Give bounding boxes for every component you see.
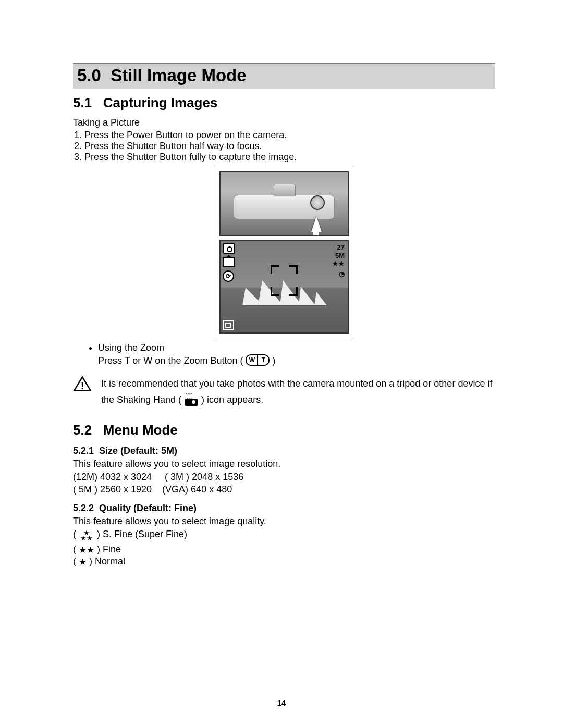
quality-options: ( ★★★ ) S. Fine (Super Fine) ( ★★ ) Fine… xyxy=(73,529,495,567)
zoom-w-label: W xyxy=(247,355,258,365)
arrow-stem xyxy=(313,228,319,236)
caution-text-part2: ) icon appears. xyxy=(199,394,263,405)
quality-fine-label: Fine xyxy=(103,544,121,554)
zoom-bullet: Using the Zoom xyxy=(98,342,495,353)
section-5-1-heading: 5.1 Capturing Images xyxy=(73,95,495,111)
three-star-icon: ★★★ xyxy=(79,530,94,543)
zoom-t-label: T xyxy=(258,355,268,365)
warning-triangle-icon: ! xyxy=(73,376,92,391)
focus-bracket-icon xyxy=(289,287,298,296)
taking-picture-intro: Taking a Picture xyxy=(73,116,495,129)
focus-bracket-icon xyxy=(271,287,279,296)
section-title: Menu Mode xyxy=(103,422,178,438)
size-options: (12M) 4032 x 3024 ( 3M ) 2048 x 1536 ( 5… xyxy=(73,471,495,496)
chapter-heading-band: 5.0 Still Image Mode xyxy=(73,63,495,89)
lcd-right-info: 27 5M ★★ ◔ xyxy=(332,243,345,278)
quality-stars: ★★ xyxy=(332,260,345,268)
size-12m: (12M) 4032 x 3024 xyxy=(73,472,152,482)
subsection-number: 5.2.2 xyxy=(73,503,94,513)
size-3m: ( 3M ) 2048 x 1536 xyxy=(165,472,243,482)
shots-remaining: 27 xyxy=(332,243,345,252)
lcd-left-icons: ⟳ xyxy=(223,243,235,282)
subsection-5-2-2-heading: 5.2.2 Quality (Default: Fine) xyxy=(73,503,495,514)
subsection-title: Quality (Default: Fine) xyxy=(99,503,197,513)
quality-sfine-label: S. Fine (Super Fine) xyxy=(103,529,187,539)
figure-box: ⟳ 27 5M ★★ ◔ xyxy=(214,166,354,339)
scene-mode-icon xyxy=(223,257,235,267)
caution-text: It is recommended that you take photos w… xyxy=(101,376,495,408)
section-number: 5.2 xyxy=(73,422,92,438)
subsection-5-2-1-heading: 5.2.1 Size (Default: 5M) xyxy=(73,446,495,456)
figure-container: ⟳ 27 5M ★★ ◔ xyxy=(73,166,495,339)
step-item: Press the Power Button to power on the c… xyxy=(84,130,495,141)
caution-note: ! It is recommended that you take photos… xyxy=(73,376,495,408)
section-title: Capturing Images xyxy=(103,95,218,110)
chapter-heading: 5.0 Still Image Mode xyxy=(77,66,491,85)
step-item: Press the Shutter Button fully to captur… xyxy=(84,152,495,163)
quality-normal-label: Normal xyxy=(95,556,125,566)
zoom-bullet-list: Using the Zoom xyxy=(73,342,495,353)
zoom-text: Press T or W on the Zoom Button ( xyxy=(98,355,246,366)
size-5m: ( 5M ) 2560 x 1920 xyxy=(73,484,152,495)
chapter-number: 5.0 xyxy=(77,66,101,85)
section-number: 5.1 xyxy=(73,95,92,110)
chapter-title: Still Image Mode xyxy=(111,66,246,85)
zoom-description: Press T or W on the Zoom Button ( WT ) xyxy=(98,354,495,366)
quality-sfine: ( ★★★ ) S. Fine (Super Fine) xyxy=(73,529,495,543)
subsection-number: 5.2.1 xyxy=(73,446,94,456)
page-number: 14 xyxy=(0,698,563,707)
quality-description: This feature allows you to select image … xyxy=(73,515,495,527)
quality-normal: ( ★ ) Normal xyxy=(73,556,495,567)
timer-icon: ⟳ xyxy=(223,270,234,282)
shaking-hand-icon: 〰〰 xyxy=(184,394,199,406)
resolution-indicator: 5M xyxy=(332,252,345,260)
one-star-icon: ★ xyxy=(79,558,87,566)
self-timer-icon: ◔ xyxy=(332,270,345,278)
focus-bracket-icon xyxy=(271,265,279,274)
camera-top-photo xyxy=(219,171,349,236)
focus-bracket-icon xyxy=(289,265,298,274)
subsection-title: Size (Default: 5M) xyxy=(99,446,177,456)
caution-text-part1: It is recommended that you take photos w… xyxy=(101,378,492,405)
lcd-preview-screen: ⟳ 27 5M ★★ ◔ xyxy=(219,240,349,334)
camera-lens xyxy=(274,184,296,196)
size-vga: (VGA) 640 x 480 xyxy=(162,484,232,495)
quality-fine: ( ★★ ) Fine xyxy=(73,544,495,555)
camera-mode-icon xyxy=(223,243,235,254)
size-description: This feature allows you to select image … xyxy=(73,458,495,470)
playback-icon xyxy=(223,320,234,330)
zoom-button-icon: WT xyxy=(246,354,270,366)
two-star-icon: ★★ xyxy=(79,546,94,554)
steps-list: Press the Power Button to power on the c… xyxy=(73,130,495,163)
step-item: Press the Shutter Button half way to foc… xyxy=(84,141,495,152)
section-5-2-heading: 5.2 Menu Mode xyxy=(73,422,495,438)
zoom-text-after: ) xyxy=(270,355,275,366)
